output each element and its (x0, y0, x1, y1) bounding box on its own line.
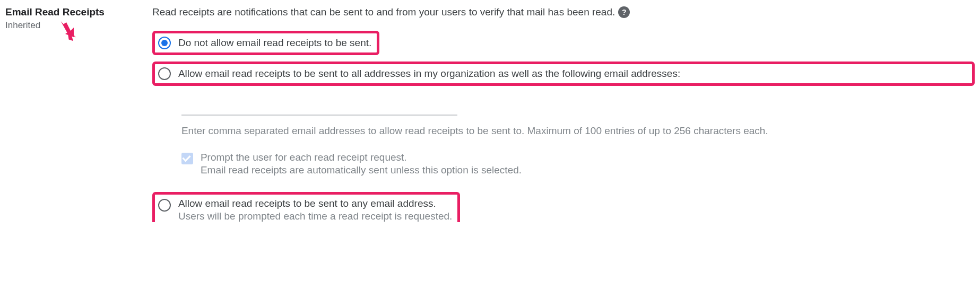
prompt-checkbox[interactable] (181, 153, 193, 164)
input-hint: Enter comma separated email addresses to… (181, 125, 975, 137)
setting-inheritance-label: Inherited (5, 20, 105, 31)
radio-sublabel: Users will be prompted each time a read … (178, 211, 452, 222)
allow-org-subsection: Enter comma separated email addresses to… (181, 102, 975, 176)
checkbox-label: Prompt the user for each read receipt re… (201, 152, 522, 163)
setting-description: Read receipts are notifications that can… (152, 6, 975, 18)
radio-label: Allow email read receipts to be sent to … (178, 198, 452, 209)
annotation-highlight: Allow email read receipts to be sent to … (152, 192, 460, 222)
annotation-arrow-icon (60, 18, 79, 44)
radio-allow-org[interactable] (158, 67, 171, 80)
checkbox-sublabel: Email read receipts are automatically se… (201, 164, 522, 176)
setting-content-column: Read receipts are notifications that can… (152, 6, 975, 222)
description-text: Read receipts are notifications that can… (152, 6, 615, 18)
help-icon[interactable]: ? (618, 6, 630, 18)
radio-label: Do not allow email read receipts to be s… (178, 37, 371, 49)
setting-heading-column: Email Read Receipts Inherited (5, 6, 105, 222)
radio-do-not-allow[interactable] (158, 37, 171, 49)
radio-allow-any[interactable] (158, 199, 171, 212)
annotation-highlight: Allow email read receipts to be sent to … (152, 62, 975, 86)
email-addresses-input[interactable] (181, 102, 457, 116)
annotation-highlight: Do not allow email read receipts to be s… (152, 31, 379, 55)
setting-title: Email Read Receipts (5, 6, 105, 18)
radio-label: Allow email read receipts to be sent to … (178, 68, 680, 80)
